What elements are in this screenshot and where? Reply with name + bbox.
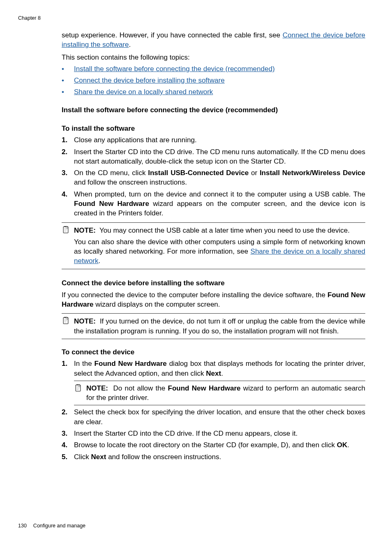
step-item: Insert the Starter CD into the CD drive.… — [62, 429, 365, 438]
step-item: Browse to locate the root directory on t… — [62, 440, 365, 450]
note2-block-text: NOTE: If you turned on the device, do no… — [74, 317, 365, 336]
s2s4-b: OK — [337, 441, 348, 449]
step-item: In the Found New Hardware dialog box tha… — [62, 359, 365, 378]
note-icon — [62, 226, 70, 234]
step-item: On the CD menu, click Install USB-Connec… — [62, 168, 365, 187]
note2-text: You can also share the device with other… — [74, 237, 365, 266]
link-share-network-item[interactable]: Share the device on a locally shared net… — [74, 88, 213, 96]
step-item: Click Next and follow the onscreen instr… — [62, 452, 365, 462]
topics-list: Install the software before connecting t… — [62, 64, 365, 97]
s2s1-a: In the — [74, 360, 95, 367]
s2s1-e: . — [221, 370, 223, 377]
s2s5-a: Click — [74, 453, 91, 461]
s4-text-a: When prompted, turn on the device and co… — [74, 190, 365, 198]
step-item: Select the check box for specifying the … — [62, 407, 365, 427]
nn-b: Found New Hardware — [168, 384, 241, 392]
para1-text-after: . — [129, 41, 131, 49]
note2-block-body: If you turned on the device, do not turn… — [74, 317, 365, 335]
section2-steps-cont: Select the check box for specifying the … — [62, 407, 365, 461]
note-label: NOTE: — [74, 317, 96, 325]
section2-intro: If you connected the device to the compu… — [62, 290, 365, 310]
note-icon — [62, 317, 70, 325]
list-item: Connect the device before installing the… — [62, 76, 365, 85]
s4-bold-b: Found New Hardware — [74, 200, 149, 208]
note-label: NOTE: — [74, 226, 96, 234]
s2s1-b: Found New Hardware — [95, 360, 167, 367]
link-connect-before-install-item[interactable]: Connect the device before installing the… — [74, 76, 225, 84]
section1-sub-heading: To install the software — [62, 124, 365, 133]
s3-bold-d: Install Network/Wireless Device — [260, 169, 365, 177]
section2-heading: Connect the device before installing the… — [62, 278, 365, 288]
page-footer: 130Configure and manage — [18, 522, 85, 529]
section1-heading: Install the software before connecting t… — [62, 105, 365, 115]
note-block-nested: NOTE: Do not allow the Found New Hardwar… — [74, 381, 365, 406]
s2s5-b: Next — [91, 453, 106, 461]
note-block-1: NOTE: You may connect the USB cable at a… — [62, 222, 365, 269]
link-install-before-connect[interactable]: Install the software before connecting t… — [74, 65, 275, 73]
s3-text-a: On the CD menu, click — [74, 169, 148, 177]
note2-text-b: . — [99, 257, 101, 265]
page-number: 130 — [18, 523, 27, 529]
s3-text-e: and follow the onscreen instructions. — [74, 178, 187, 186]
s3-bold-b: Install USB-Connected Device — [148, 169, 249, 177]
para1-text-before: setup experience. However, if you have c… — [62, 31, 283, 39]
s2i-c: wizard displays on the computer screen. — [93, 300, 220, 308]
section1-steps: Close any applications that are running.… — [62, 135, 365, 218]
step-item: Close any applications that are running. — [62, 135, 365, 145]
s3-text-c: or — [249, 169, 260, 177]
nested-note-text: NOTE: Do not allow the Found New Hardwar… — [86, 384, 365, 403]
s2s4-c: . — [347, 441, 349, 449]
chapter-label: Chapter 8 — [18, 15, 41, 22]
s2s4-a: Browse to locate the root directory on t… — [74, 441, 337, 449]
note-label: NOTE: — [86, 384, 108, 392]
list-item: Install the software before connecting t… — [62, 64, 365, 74]
s2s1-d: Next — [206, 370, 221, 377]
step-item: When prompted, turn on the device and co… — [62, 189, 365, 218]
intro-para2: This section contains the following topi… — [62, 53, 365, 62]
intro-para1: setup experience. However, if you have c… — [62, 30, 365, 50]
note-icon — [74, 384, 82, 392]
s2i-a: If you connected the device to the compu… — [62, 291, 327, 299]
step-item: Insert the Starter CD into the CD drive.… — [62, 147, 365, 166]
s2s5-c: and follow the onscreen instructions. — [106, 453, 221, 461]
note1-body: You may connect the USB cable at a later… — [99, 226, 350, 234]
section2-steps: In the Found New Hardware dialog box tha… — [62, 359, 365, 378]
footer-title: Configure and manage — [33, 523, 85, 529]
note1-text: NOTE: You may connect the USB cable at a… — [74, 226, 365, 235]
nn-a: Do not allow the — [113, 384, 168, 392]
section2-sub-heading: To connect the device — [62, 347, 365, 357]
note-block-2: NOTE: If you turned on the device, do no… — [62, 313, 365, 339]
list-item: Share the device on a locally shared net… — [62, 87, 365, 97]
